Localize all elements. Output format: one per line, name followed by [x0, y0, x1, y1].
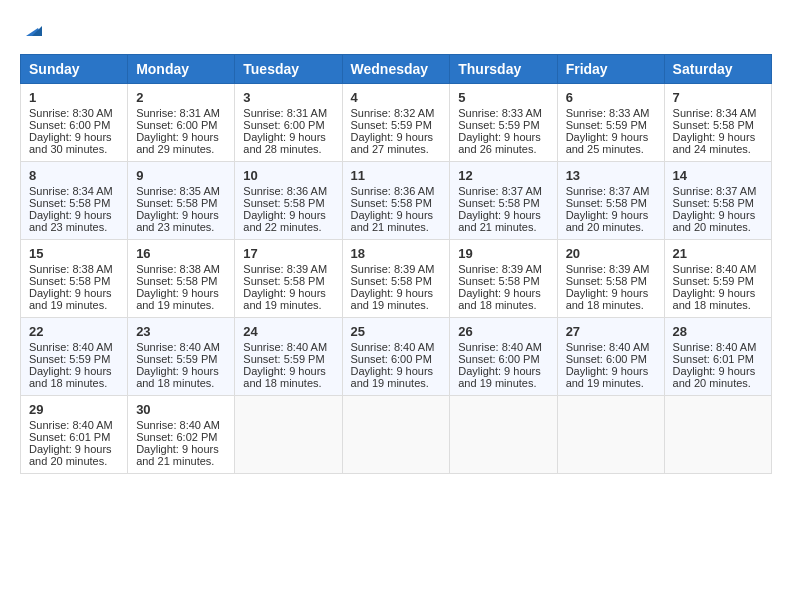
- sunset-text: Sunset: 6:00 PM: [351, 353, 432, 365]
- calendar-cell: 20Sunrise: 8:39 AMSunset: 5:58 PMDayligh…: [557, 240, 664, 318]
- header: [20, 20, 772, 44]
- calendar-cell: [342, 396, 450, 474]
- sunrise-text: Sunrise: 8:33 AM: [458, 107, 542, 119]
- day-number: 4: [351, 90, 442, 105]
- day-number: 5: [458, 90, 548, 105]
- sunrise-text: Sunrise: 8:31 AM: [243, 107, 327, 119]
- calendar-cell: 18Sunrise: 8:39 AMSunset: 5:58 PMDayligh…: [342, 240, 450, 318]
- sunrise-text: Sunrise: 8:39 AM: [458, 263, 542, 275]
- calendar-table: SundayMondayTuesdayWednesdayThursdayFrid…: [20, 54, 772, 474]
- sunrise-text: Sunrise: 8:39 AM: [351, 263, 435, 275]
- sunrise-text: Sunrise: 8:37 AM: [566, 185, 650, 197]
- day-number: 9: [136, 168, 226, 183]
- calendar-cell: 29Sunrise: 8:40 AMSunset: 6:01 PMDayligh…: [21, 396, 128, 474]
- sunrise-text: Sunrise: 8:40 AM: [29, 341, 113, 353]
- calendar-cell: [664, 396, 771, 474]
- sunset-text: Sunset: 5:58 PM: [29, 275, 110, 287]
- day-number: 3: [243, 90, 333, 105]
- sunrise-text: Sunrise: 8:36 AM: [351, 185, 435, 197]
- day-number: 14: [673, 168, 763, 183]
- daylight-text: Daylight: 9 hours and 18 minutes.: [566, 287, 649, 311]
- sunrise-text: Sunrise: 8:37 AM: [673, 185, 757, 197]
- day-number: 2: [136, 90, 226, 105]
- day-number: 6: [566, 90, 656, 105]
- daylight-text: Daylight: 9 hours and 21 minutes.: [351, 209, 434, 233]
- calendar-cell: 3Sunrise: 8:31 AMSunset: 6:00 PMDaylight…: [235, 84, 342, 162]
- day-number: 7: [673, 90, 763, 105]
- day-number: 30: [136, 402, 226, 417]
- day-number: 8: [29, 168, 119, 183]
- daylight-text: Daylight: 9 hours and 20 minutes.: [29, 443, 112, 467]
- sunset-text: Sunset: 5:58 PM: [351, 197, 432, 209]
- calendar-header-friday: Friday: [557, 55, 664, 84]
- day-number: 25: [351, 324, 442, 339]
- calendar-cell: 10Sunrise: 8:36 AMSunset: 5:58 PMDayligh…: [235, 162, 342, 240]
- day-number: 1: [29, 90, 119, 105]
- day-number: 19: [458, 246, 548, 261]
- calendar-cell: 6Sunrise: 8:33 AMSunset: 5:59 PMDaylight…: [557, 84, 664, 162]
- sunrise-text: Sunrise: 8:32 AM: [351, 107, 435, 119]
- sunrise-text: Sunrise: 8:40 AM: [243, 341, 327, 353]
- sunset-text: Sunset: 5:58 PM: [29, 197, 110, 209]
- calendar-header-tuesday: Tuesday: [235, 55, 342, 84]
- daylight-text: Daylight: 9 hours and 20 minutes.: [673, 209, 756, 233]
- calendar-cell: 27Sunrise: 8:40 AMSunset: 6:00 PMDayligh…: [557, 318, 664, 396]
- calendar-header-row: SundayMondayTuesdayWednesdayThursdayFrid…: [21, 55, 772, 84]
- calendar-cell: 11Sunrise: 8:36 AMSunset: 5:58 PMDayligh…: [342, 162, 450, 240]
- sunrise-text: Sunrise: 8:40 AM: [29, 419, 113, 431]
- calendar-cell: 2Sunrise: 8:31 AMSunset: 6:00 PMDaylight…: [128, 84, 235, 162]
- calendar-week-row: 29Sunrise: 8:40 AMSunset: 6:01 PMDayligh…: [21, 396, 772, 474]
- sunrise-text: Sunrise: 8:40 AM: [673, 263, 757, 275]
- calendar-cell: 12Sunrise: 8:37 AMSunset: 5:58 PMDayligh…: [450, 162, 557, 240]
- sunrise-text: Sunrise: 8:36 AM: [243, 185, 327, 197]
- sunrise-text: Sunrise: 8:39 AM: [566, 263, 650, 275]
- daylight-text: Daylight: 9 hours and 18 minutes.: [136, 365, 219, 389]
- daylight-text: Daylight: 9 hours and 19 minutes.: [351, 365, 434, 389]
- sunrise-text: Sunrise: 8:40 AM: [673, 341, 757, 353]
- calendar-cell: 5Sunrise: 8:33 AMSunset: 5:59 PMDaylight…: [450, 84, 557, 162]
- calendar-cell: 23Sunrise: 8:40 AMSunset: 5:59 PMDayligh…: [128, 318, 235, 396]
- sunset-text: Sunset: 5:58 PM: [243, 197, 324, 209]
- calendar-cell: 26Sunrise: 8:40 AMSunset: 6:00 PMDayligh…: [450, 318, 557, 396]
- calendar-cell: 24Sunrise: 8:40 AMSunset: 5:59 PMDayligh…: [235, 318, 342, 396]
- day-number: 24: [243, 324, 333, 339]
- sunset-text: Sunset: 5:59 PM: [673, 275, 754, 287]
- sunrise-text: Sunrise: 8:39 AM: [243, 263, 327, 275]
- sunrise-text: Sunrise: 8:33 AM: [566, 107, 650, 119]
- sunrise-text: Sunrise: 8:34 AM: [29, 185, 113, 197]
- sunset-text: Sunset: 5:59 PM: [351, 119, 432, 131]
- sunset-text: Sunset: 5:59 PM: [29, 353, 110, 365]
- calendar-cell: 9Sunrise: 8:35 AMSunset: 5:58 PMDaylight…: [128, 162, 235, 240]
- daylight-text: Daylight: 9 hours and 21 minutes.: [136, 443, 219, 467]
- day-number: 27: [566, 324, 656, 339]
- sunset-text: Sunset: 5:58 PM: [566, 197, 647, 209]
- sunrise-text: Sunrise: 8:38 AM: [29, 263, 113, 275]
- daylight-text: Daylight: 9 hours and 19 minutes.: [29, 287, 112, 311]
- sunrise-text: Sunrise: 8:40 AM: [136, 419, 220, 431]
- calendar-cell: 30Sunrise: 8:40 AMSunset: 6:02 PMDayligh…: [128, 396, 235, 474]
- sunset-text: Sunset: 5:58 PM: [136, 275, 217, 287]
- day-number: 17: [243, 246, 333, 261]
- sunrise-text: Sunrise: 8:30 AM: [29, 107, 113, 119]
- day-number: 10: [243, 168, 333, 183]
- calendar-header-sunday: Sunday: [21, 55, 128, 84]
- day-number: 20: [566, 246, 656, 261]
- daylight-text: Daylight: 9 hours and 18 minutes.: [458, 287, 541, 311]
- daylight-text: Daylight: 9 hours and 18 minutes.: [29, 365, 112, 389]
- sunrise-text: Sunrise: 8:37 AM: [458, 185, 542, 197]
- calendar-cell: 8Sunrise: 8:34 AMSunset: 5:58 PMDaylight…: [21, 162, 128, 240]
- daylight-text: Daylight: 9 hours and 23 minutes.: [136, 209, 219, 233]
- day-number: 12: [458, 168, 548, 183]
- calendar-week-row: 1Sunrise: 8:30 AMSunset: 6:00 PMDaylight…: [21, 84, 772, 162]
- sunset-text: Sunset: 6:01 PM: [673, 353, 754, 365]
- daylight-text: Daylight: 9 hours and 18 minutes.: [243, 365, 326, 389]
- day-number: 23: [136, 324, 226, 339]
- sunset-text: Sunset: 5:59 PM: [136, 353, 217, 365]
- calendar-cell: 1Sunrise: 8:30 AMSunset: 6:00 PMDaylight…: [21, 84, 128, 162]
- daylight-text: Daylight: 9 hours and 26 minutes.: [458, 131, 541, 155]
- daylight-text: Daylight: 9 hours and 29 minutes.: [136, 131, 219, 155]
- calendar-cell: 17Sunrise: 8:39 AMSunset: 5:58 PMDayligh…: [235, 240, 342, 318]
- sunrise-text: Sunrise: 8:35 AM: [136, 185, 220, 197]
- calendar-header-wednesday: Wednesday: [342, 55, 450, 84]
- day-number: 13: [566, 168, 656, 183]
